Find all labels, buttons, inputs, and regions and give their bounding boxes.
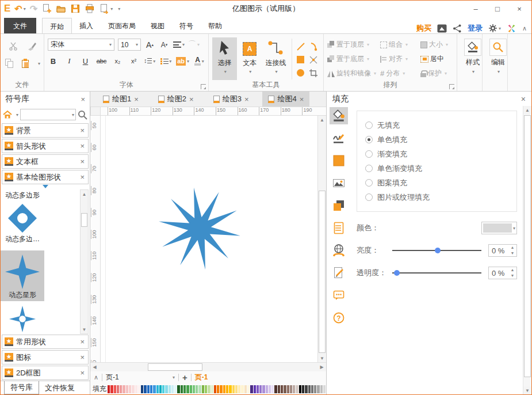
add-page-button[interactable]: + bbox=[182, 373, 187, 382]
close-icon[interactable]: × bbox=[80, 338, 85, 345]
hyperlink-button[interactable] bbox=[330, 242, 348, 259]
palette-swatch[interactable] bbox=[238, 385, 240, 393]
outline-button[interactable] bbox=[330, 219, 348, 237]
doc-tab[interactable]: 绘图3× bbox=[208, 92, 255, 107]
palette-swatch[interactable] bbox=[193, 385, 195, 393]
fill-option[interactable]: 无填充 bbox=[365, 118, 508, 132]
tab-symbols[interactable]: 符号 bbox=[172, 18, 201, 33]
select-tool-button[interactable]: 选择 ▾ bbox=[212, 37, 237, 80]
palette-swatch[interactable] bbox=[254, 385, 256, 393]
buy-button[interactable]: 购买 bbox=[416, 23, 431, 33]
palette-swatch[interactable] bbox=[169, 385, 171, 393]
close-icon[interactable]: × bbox=[521, 95, 526, 103]
palette-swatch[interactable] bbox=[132, 385, 134, 393]
symbol-search-input[interactable] bbox=[21, 109, 71, 120]
transparency-spinner[interactable]: 0 %▲▼ bbox=[488, 267, 517, 279]
close-icon[interactable]: × bbox=[244, 96, 249, 103]
arc-tool-button[interactable] bbox=[307, 41, 320, 52]
shape-button[interactable] bbox=[330, 152, 348, 169]
horizontal-scrollbar[interactable]: ◀ ▶ bbox=[90, 362, 326, 371]
transparency-slider[interactable] bbox=[392, 269, 481, 277]
palette-swatch[interactable] bbox=[186, 385, 189, 393]
highlight-button[interactable]: ab▾ bbox=[177, 55, 189, 67]
arrange-dialog-launcher[interactable] bbox=[449, 84, 454, 89]
scrollbar-thumb[interactable] bbox=[524, 115, 531, 377]
search-icon[interactable] bbox=[78, 110, 87, 120]
collapse-pagebar-icon[interactable]: ∧ bbox=[94, 374, 98, 381]
palette-swatch[interactable] bbox=[108, 385, 110, 393]
palette-swatch[interactable] bbox=[257, 385, 259, 393]
font-size-select[interactable]: 10▾ bbox=[118, 39, 141, 51]
strikethrough-button[interactable]: abc bbox=[96, 55, 107, 67]
center-button[interactable]: 居中 bbox=[420, 54, 458, 64]
slider-knob[interactable] bbox=[435, 248, 441, 253]
layers-button[interactable] bbox=[330, 197, 348, 214]
insert-picture-button[interactable] bbox=[330, 174, 348, 192]
cut-button[interactable] bbox=[7, 40, 20, 52]
rotate-mirror-button[interactable]: 旋转和镜像▾ bbox=[327, 69, 380, 78]
vertical-scrollbar[interactable]: ▲ ▼ bbox=[317, 116, 326, 362]
tab-insert[interactable]: 插入 bbox=[72, 18, 101, 33]
tab-file-recovery[interactable]: 文件恢复 bbox=[39, 381, 81, 394]
align-button[interactable]: 对齐▾ bbox=[380, 54, 420, 64]
palette-swatch[interactable] bbox=[214, 385, 216, 393]
palette-swatch[interactable] bbox=[211, 385, 213, 393]
screenshot-icon[interactable] bbox=[437, 24, 447, 33]
palette-swatch[interactable] bbox=[290, 385, 292, 393]
palette-swatch[interactable] bbox=[156, 385, 159, 393]
scroll-down-icon[interactable]: ▼ bbox=[523, 386, 531, 394]
open-button[interactable] bbox=[56, 3, 66, 14]
ellipse-tool-button[interactable] bbox=[294, 68, 307, 78]
italic-button[interactable]: I bbox=[64, 55, 75, 67]
shrink-font-button[interactable]: A▾ bbox=[159, 39, 170, 51]
palette-swatch[interactable] bbox=[117, 385, 119, 393]
tab-symbol-library[interactable]: 符号库 bbox=[4, 381, 39, 394]
help-button[interactable]: ? bbox=[330, 309, 348, 326]
print-button[interactable] bbox=[85, 3, 95, 14]
palette-swatch[interactable] bbox=[308, 385, 311, 393]
shape-item-partial[interactable]: 动态多边形 bbox=[1, 191, 44, 200]
palette-swatch[interactable] bbox=[299, 385, 301, 393]
font-dialog-launcher[interactable] bbox=[201, 84, 206, 89]
home-icon[interactable] bbox=[3, 110, 13, 119]
bullets-button[interactable]: ▾ bbox=[160, 55, 171, 67]
close-icon[interactable]: × bbox=[80, 142, 85, 150]
login-button[interactable]: 登录 bbox=[468, 23, 483, 33]
undo-button[interactable]: ↶▾ bbox=[14, 3, 25, 14]
freeform-tool-button[interactable] bbox=[307, 55, 320, 65]
fill-option[interactable]: 渐变填充 bbox=[365, 147, 508, 161]
palette-swatch[interactable] bbox=[278, 385, 280, 393]
close-icon[interactable]: × bbox=[80, 127, 85, 134]
library-item-2d-blocks[interactable]: ★2D框图× bbox=[2, 366, 89, 380]
palette-swatch[interactable] bbox=[311, 385, 313, 393]
drawing-canvas[interactable] bbox=[101, 116, 317, 362]
library-item-icons[interactable]: ★图标× bbox=[2, 350, 89, 364]
close-icon[interactable]: × bbox=[81, 96, 85, 103]
tab-page-layout[interactable]: 页面布局 bbox=[101, 18, 143, 33]
palette-swatch[interactable] bbox=[205, 385, 207, 393]
palette-swatch[interactable] bbox=[202, 385, 204, 393]
palette-swatch[interactable] bbox=[181, 385, 183, 393]
palette-swatch[interactable] bbox=[171, 385, 174, 393]
palette-swatch[interactable] bbox=[183, 385, 186, 393]
close-icon[interactable]: × bbox=[80, 158, 85, 165]
palette-swatch[interactable] bbox=[293, 385, 295, 393]
scrollbar-thumb[interactable] bbox=[319, 191, 326, 353]
maximize-button[interactable]: □ bbox=[487, 2, 508, 16]
palette-swatch[interactable] bbox=[274, 385, 277, 393]
library-item-arrow-shapes[interactable]: ★箭头形状× bbox=[2, 139, 89, 153]
palette-swatch[interactable] bbox=[153, 385, 155, 393]
palette-swatch[interactable] bbox=[305, 385, 307, 393]
palette-swatch[interactable] bbox=[208, 385, 210, 393]
palette-swatch[interactable] bbox=[144, 385, 146, 393]
spinner-arrows[interactable]: ▲▼ bbox=[508, 267, 516, 279]
palette-swatch[interactable] bbox=[135, 385, 137, 393]
canvas-star-shape[interactable] bbox=[154, 183, 246, 275]
subscript-button[interactable]: x₂ bbox=[112, 55, 123, 67]
palette-swatch[interactable] bbox=[129, 385, 131, 393]
scroll-left-icon[interactable]: ◀ bbox=[90, 363, 99, 371]
share-icon[interactable] bbox=[453, 24, 462, 33]
library-item-text-box[interactable]: ★文本框× bbox=[2, 154, 89, 169]
close-button[interactable]: × bbox=[508, 2, 530, 16]
rectangle-tool-button[interactable] bbox=[294, 55, 307, 65]
